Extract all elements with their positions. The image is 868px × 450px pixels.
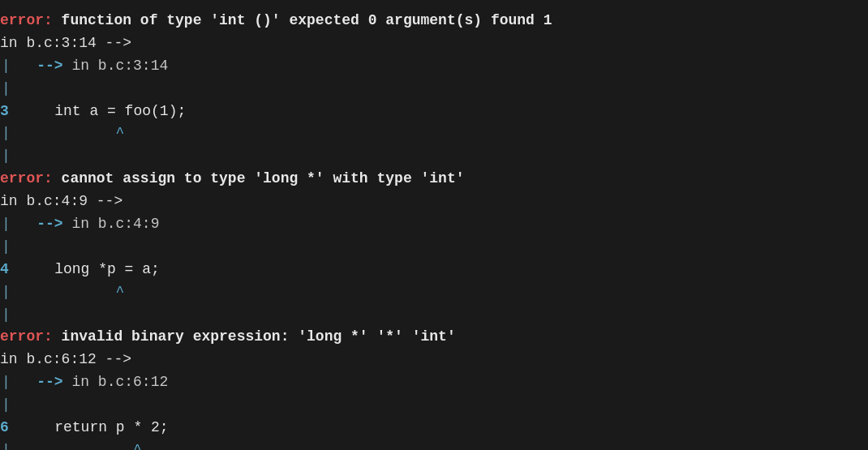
caret-3: ^: [11, 439, 142, 450]
pipe-3: |: [0, 122, 11, 145]
arrow-line-1: | --> in b.c:3:14: [0, 55, 868, 78]
code-content-2: long *p = a;: [19, 259, 160, 281]
line-number-6: 6: [0, 417, 19, 439]
pipe-7: |: [0, 281, 11, 304]
pipe-line-4: |: [0, 304, 868, 327]
pipe-6: |: [0, 236, 11, 259]
error-label-3: error:: [0, 326, 53, 349]
pipe-4: |: [0, 145, 11, 168]
pipe-9: |: [0, 371, 11, 394]
caret-line-1: | ^: [0, 122, 868, 145]
caret-2: ^: [11, 281, 124, 304]
error-message-3: invalid binary expression: 'long *' '*' …: [53, 326, 456, 349]
terminal-output: error: function of type 'int ()' expecte…: [0, 6, 868, 450]
pipe-line-2: |: [0, 145, 868, 168]
pipe-10: |: [0, 394, 11, 417]
error-line-1: error: function of type 'int ()' expecte…: [0, 10, 868, 32]
pipe-5: |: [0, 213, 11, 236]
error-label-1: error:: [0, 10, 53, 32]
pipe-line-1: |: [0, 78, 868, 101]
arrow-line-3: | --> in b.c:6:12: [0, 371, 868, 394]
code-content-3: return p * 2;: [19, 417, 169, 439]
arrow-3: --> in b.c:6:12: [11, 371, 168, 394]
pipe-line-3: |: [0, 236, 868, 259]
pipe-8: |: [0, 304, 11, 327]
pipe-1: |: [0, 55, 11, 78]
line-number-4: 4: [0, 259, 19, 281]
arrow-2: --> in b.c:4:9: [11, 213, 160, 236]
error-line-2: error: cannot assign to type 'long *' wi…: [0, 168, 868, 191]
code-line-1: 3 int a = foo(1);: [0, 101, 868, 123]
code-content-1: int a = foo(1);: [19, 101, 186, 123]
caret-line-2: | ^: [0, 281, 868, 304]
pipe-line-5: |: [0, 394, 868, 417]
error-message-2: cannot assign to type 'long *' with type…: [53, 168, 465, 191]
pipe-2: |: [0, 78, 11, 101]
caret-1: ^: [11, 122, 124, 145]
line-number-3: 3: [0, 101, 19, 123]
caret-line-3: | ^: [0, 439, 868, 450]
error-line-3: error: invalid binary expression: 'long …: [0, 326, 868, 349]
code-line-3: 6 return p * 2;: [0, 417, 868, 439]
error-label-2: error:: [0, 168, 53, 191]
code-line-2: 4 long *p = a;: [0, 259, 868, 281]
arrow-1: --> in b.c:3:14: [11, 55, 168, 78]
error-message-1: function of type 'int ()' expected 0 arg…: [53, 10, 552, 32]
arrow-line-2: | --> in b.c:4:9: [0, 213, 868, 236]
pipe-11: |: [0, 439, 11, 450]
